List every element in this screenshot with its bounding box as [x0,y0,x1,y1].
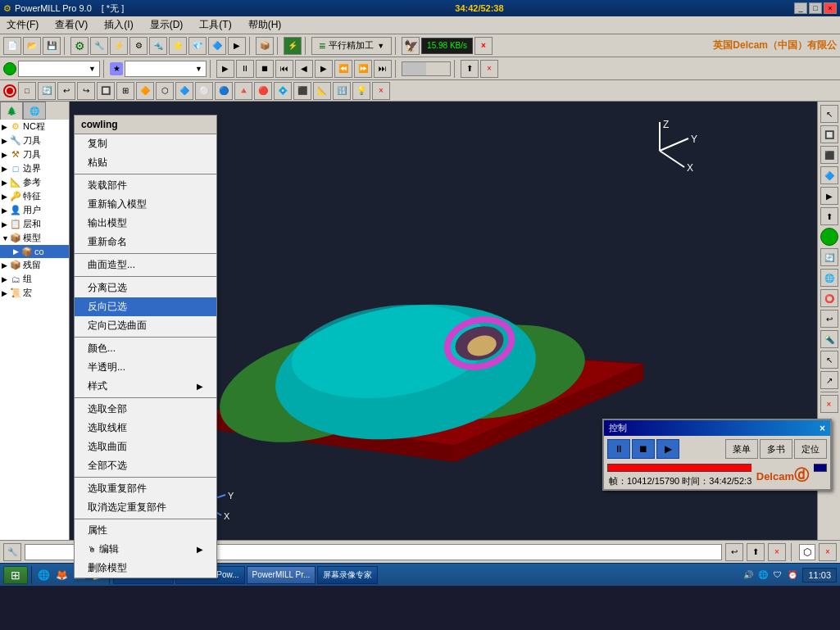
view8-btn[interactable]: ⬡ [156,82,174,100]
tb-btn-2[interactable]: 🔧 [90,37,108,55]
cp-multi-btn[interactable]: 多书 [760,439,792,459]
rt-btn-4[interactable]: 🔷 [820,166,838,184]
expand-ref[interactable]: ▶ [2,179,10,187]
prev-frame-btn[interactable]: ◀ [295,60,313,78]
menu-view[interactable]: 查看(V) [52,16,91,34]
expand-tool2[interactable]: ▶ [2,151,10,159]
tb-btn-10[interactable]: 📦 [256,37,274,55]
menu-display[interactable]: 显示(D) [147,16,187,34]
tree-nc[interactable]: ▶ ⚙ NC程 [0,120,69,134]
dropdown2[interactable]: ▼ [125,61,207,77]
expand-residual[interactable]: ▶ [2,261,10,270]
view9-btn[interactable]: 🔷 [175,82,193,100]
expand-macro[interactable]: ▶ [2,289,10,297]
tree-tab[interactable]: 🌲 [0,102,23,120]
cm-transparent[interactable]: 半透明... [75,358,216,377]
view-close-btn[interactable]: × [372,82,390,100]
tree-tool1[interactable]: ▶ 🔧 刀具 [0,134,69,147]
rt-btn-7[interactable]: 🔄 [820,248,838,266]
tray-security[interactable]: 🛡 [771,569,784,582]
rt-btn-10[interactable]: ↩ [820,310,838,328]
view7-btn[interactable]: 🔶 [136,82,154,100]
tree-tool2[interactable]: ▶ ⚒ 刀具 [0,147,69,161]
view18-btn[interactable]: 💡 [352,82,370,100]
tb-btn-12[interactable]: 🦅 [402,37,420,55]
cm-delete[interactable]: 删除模型 [75,559,216,578]
view15-btn[interactable]: ⬛ [293,82,311,100]
menu-tools[interactable]: 工具(T) [196,16,234,34]
cm-reverse[interactable]: 反向已选 [75,297,216,316]
rt-btn-13[interactable]: ↗ [820,371,838,389]
tb-btn-5[interactable]: 🔩 [149,37,167,55]
view3-btn[interactable]: ↩ [57,82,75,100]
tree-layer[interactable]: ▶ 📋 层和 [0,217,69,231]
ql-ie[interactable]: 🌐 [35,567,52,583]
cm-load[interactable]: 装载部件 [75,176,216,195]
expand-tool1[interactable]: ▶ [2,137,10,145]
rt-btn-12[interactable]: ↖ [820,351,838,369]
view10-btn[interactable]: ⚪ [195,82,213,100]
tb-btn-6[interactable]: ⭐ [169,37,187,55]
bb-btn1[interactable]: 🔧 [3,543,21,561]
expand-model[interactable]: ▼ [2,234,10,242]
tb-btn-4[interactable]: ⚙ [129,37,148,55]
close-toolbar-btn[interactable]: × [474,37,493,55]
cp-position-btn[interactable]: 定位 [794,439,827,459]
cm-edit[interactable]: 🖱编辑 ▶ [75,540,216,559]
rt-close[interactable]: × [820,395,838,413]
cm-deselect-all[interactable]: 全部不选 [75,456,216,475]
tb-btn-7[interactable]: 💎 [188,37,207,55]
view12-btn[interactable]: 🔺 [234,82,252,100]
rt-btn-2[interactable]: 🔲 [820,125,838,143]
rt-btn-9[interactable]: ⭕ [820,289,838,307]
start-button[interactable]: ⊞ [3,566,28,584]
prop-tab[interactable]: 🌐 [23,102,46,120]
tray-network[interactable]: 🔊 [742,569,755,582]
ff-btn[interactable]: ⏩ [354,60,372,78]
open-button[interactable]: 📂 [23,37,41,55]
minimize-button[interactable]: _ [794,2,807,14]
tree-feature[interactable]: ▶ 🔑 特征 [0,189,69,203]
rt-green-btn[interactable] [820,228,838,246]
view1-btn[interactable]: □ [18,82,36,100]
menu-file[interactable]: 文件(F) [3,16,42,34]
cm-paste[interactable]: 粘贴 [75,153,216,172]
expand-feature[interactable]: ▶ [2,193,10,201]
bb-back-btn[interactable]: ↩ [725,543,743,561]
last-btn[interactable]: ⏭ [374,60,392,78]
tree-boundary[interactable]: ▶ □ 边界 [0,161,69,175]
play-btn[interactable]: ▶ [216,60,234,78]
parallel-machining-btn[interactable]: ≡ 平行精加工 ▼ [311,37,392,55]
bb-btn3[interactable]: × [768,543,786,561]
tree-macro[interactable]: ▶ 📜 宏 [0,286,69,300]
cm-copy[interactable]: 复制 [75,134,216,153]
view16-btn[interactable]: 📐 [313,82,331,100]
tb-item-powermill[interactable]: PowerMILL Pr... [247,566,316,584]
expand-boundary[interactable]: ▶ [2,165,10,173]
tray-volume[interactable]: 🌐 [756,569,770,582]
cm-deselect-dup[interactable]: 取消选定重复部件 [75,498,216,517]
cm-rename[interactable]: 重新命名 [75,233,216,252]
tray-time[interactable]: ⏰ [786,569,799,582]
menu-help[interactable]: 帮助(H) [245,16,285,34]
rt-btn-1[interactable]: ↖ [820,105,838,123]
dropdown1[interactable]: ▼ [18,61,100,77]
cm-separate[interactable]: 分离已选 [75,279,216,297]
cp-pause-btn[interactable]: ⏸ [607,439,630,459]
bb-close-btn[interactable]: × [819,543,837,561]
tb-btn-1[interactable]: ⚙ [70,37,89,55]
cm-select-all[interactable]: 选取全部 [75,400,216,419]
view6-btn[interactable]: ⊞ [116,82,134,100]
cm-export[interactable]: 输出模型 [75,214,216,233]
cp-stop-btn[interactable]: ⏹ [632,439,655,459]
view14-btn[interactable]: 💠 [274,82,292,100]
rt-btn-3[interactable]: ⬛ [820,146,838,164]
expand-user[interactable]: ▶ [2,206,10,215]
bb-btn2[interactable]: ⬆ [747,543,765,561]
close-toolbar2-btn[interactable]: × [480,60,498,78]
maximize-button[interactable]: □ [809,2,822,14]
cm-color[interactable]: 颜色... [75,339,216,358]
record-btn[interactable] [3,84,16,97]
prev-btn[interactable]: ⏮ [275,60,293,78]
tree-model[interactable]: ▼ 📦 模型 [0,231,69,245]
